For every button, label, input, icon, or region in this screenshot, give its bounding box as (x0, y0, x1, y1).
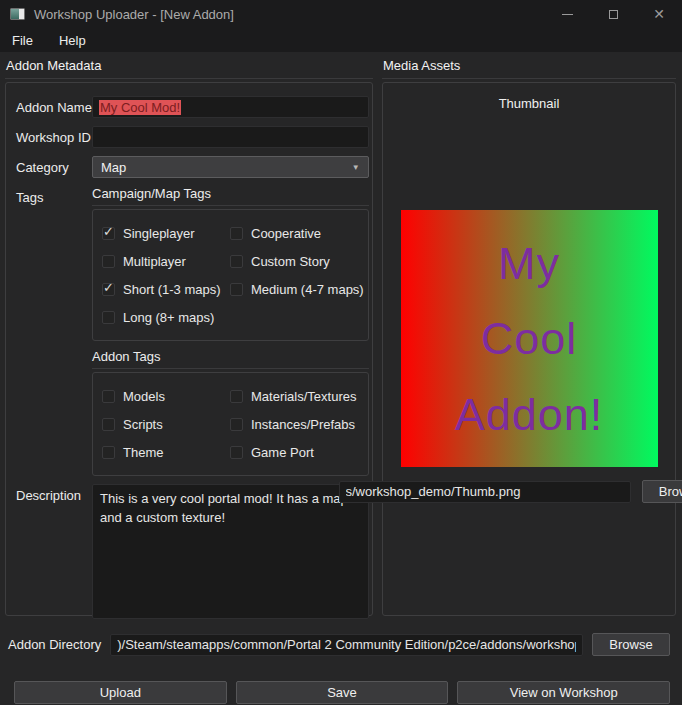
menu-help[interactable]: Help (55, 31, 90, 50)
menu-file[interactable]: File (8, 31, 37, 50)
description-label: Description (16, 484, 92, 503)
media-assets-section: Media Assets Thumbnail My Cool Addon! Br… (382, 58, 676, 616)
addon-name-label: Addon Name (16, 100, 92, 115)
upload-button[interactable]: Upload (14, 681, 227, 704)
checkbox-icon (230, 446, 243, 459)
close-icon: ✕ (653, 7, 665, 21)
chevron-down-icon: ▼ (352, 163, 360, 172)
addon-directory-browse-button[interactable]: Browse (592, 633, 670, 656)
app-icon-left (11, 9, 19, 19)
checkbox-icon (230, 283, 243, 296)
checkbox-scripts[interactable]: Scripts (102, 410, 230, 438)
thumbnail-text-line: Addon! (455, 392, 604, 437)
addon-tags-box: Models Materials/Textures Scripts (92, 372, 369, 476)
addon-directory-label: Addon Directory (8, 637, 101, 652)
category-dropdown[interactable]: Map ▼ (92, 156, 369, 178)
addon-metadata-header: Addon Metadata (5, 58, 373, 79)
checkbox-icon (102, 418, 115, 431)
checkbox-models[interactable]: Models (102, 382, 230, 410)
checkbox-icon (102, 255, 115, 268)
checkbox-cooperative[interactable]: Cooperative (230, 219, 364, 247)
addon-name-input[interactable]: My Cool Mod! (92, 96, 369, 118)
view-on-workshop-button[interactable]: View on Workshop (457, 681, 670, 704)
window-controls: ✕ (544, 0, 682, 28)
window-title: Workshop Uploader - [New Addon] (34, 7, 234, 22)
maximize-button[interactable] (590, 0, 636, 28)
addon-tags-title: Addon Tags (92, 349, 369, 369)
app-icon (10, 8, 25, 20)
addon-metadata-panel: Addon Name My Cool Mod! Workshop ID Cate… (5, 82, 373, 616)
workshop-id-input[interactable] (92, 126, 369, 148)
checkbox-materials-textures[interactable]: Materials/Textures (230, 382, 364, 410)
addon-metadata-section: Addon Metadata Addon Name My Cool Mod! W… (5, 58, 373, 616)
checkbox-icon (102, 311, 115, 324)
workshop-id-label: Workshop ID (16, 130, 92, 145)
checkbox-singleplayer[interactable]: ✓ Singleplayer (102, 219, 230, 247)
addon-directory-input[interactable] (110, 634, 583, 656)
menu-bar: File Help (0, 28, 682, 52)
checkbox-icon: ✓ (102, 227, 115, 240)
checkbox-multiplayer[interactable]: Multiplayer (102, 247, 230, 275)
checkbox-short-maps[interactable]: ✓ Short (1-3 maps) (102, 275, 230, 303)
addon-directory-row: Addon Directory Browse (0, 633, 682, 656)
checkbox-long-maps[interactable]: Long (8+ maps) (102, 303, 230, 331)
action-buttons-row: Upload Save View on Workshop (0, 681, 682, 704)
checkbox-theme[interactable]: Theme (102, 438, 230, 466)
thumbnail-image: My Cool Addon! (401, 210, 658, 467)
minimize-icon (562, 14, 573, 15)
metadata-form: Addon Name My Cool Mod! Workshop ID Cate… (6, 83, 372, 619)
checkbox-custom-story[interactable]: Custom Story (230, 247, 364, 275)
media-assets-header: Media Assets (382, 58, 676, 79)
maximize-icon (609, 10, 618, 19)
checkbox-icon: ✓ (102, 283, 115, 296)
addon-tags-group: Addon Tags Models Materials/Textures (92, 349, 369, 476)
thumbnail-text-line: Cool (481, 316, 578, 361)
thumbnail-text-line: My (498, 241, 560, 286)
tags-groups: Campaign/Map Tags ✓ Singleplayer Coopera… (92, 186, 369, 476)
campaign-map-tags-title: Campaign/Map Tags (92, 186, 369, 206)
addon-name-selected-text: My Cool Mod! (99, 100, 181, 115)
campaign-map-tags-group: Campaign/Map Tags ✓ Singleplayer Coopera… (92, 186, 369, 341)
media-assets-panel: Thumbnail My Cool Addon! Browse (382, 82, 676, 616)
app-icon-right (19, 9, 24, 19)
save-button[interactable]: Save (236, 681, 449, 704)
thumbnail-browse-button[interactable]: Browse (642, 480, 682, 503)
checkbox-icon (230, 418, 243, 431)
checkbox-icon (230, 390, 243, 403)
checkbox-instances-prefabs[interactable]: Instances/Prefabs (230, 410, 364, 438)
thumbnail-path-input[interactable] (339, 481, 631, 503)
campaign-map-tags-box: ✓ Singleplayer Cooperative Multiplayer (92, 209, 369, 341)
thumbnail-path-row: Browse (383, 480, 675, 503)
title-bar[interactable]: Workshop Uploader - [New Addon] ✕ (0, 0, 682, 28)
minimize-button[interactable] (544, 0, 590, 28)
close-button[interactable]: ✕ (636, 0, 682, 28)
main-content: Addon Metadata Addon Name My Cool Mod! W… (0, 58, 682, 616)
checkbox-icon (230, 227, 243, 240)
checkbox-icon (102, 390, 115, 403)
checkbox-medium-maps[interactable]: Medium (4-7 maps) (230, 275, 364, 303)
tags-label: Tags (16, 186, 92, 205)
description-textarea[interactable]: This is a very cool portal mod! It has a… (92, 484, 369, 619)
thumbnail-label: Thumbnail (383, 96, 675, 111)
category-label: Category (16, 160, 92, 175)
checkbox-icon (102, 446, 115, 459)
category-selected-value: Map (101, 160, 126, 175)
checkbox-game-port[interactable]: Game Port (230, 438, 364, 466)
checkbox-icon (230, 255, 243, 268)
workshop-uploader-window: Workshop Uploader - [New Addon] ✕ File H… (0, 0, 682, 705)
